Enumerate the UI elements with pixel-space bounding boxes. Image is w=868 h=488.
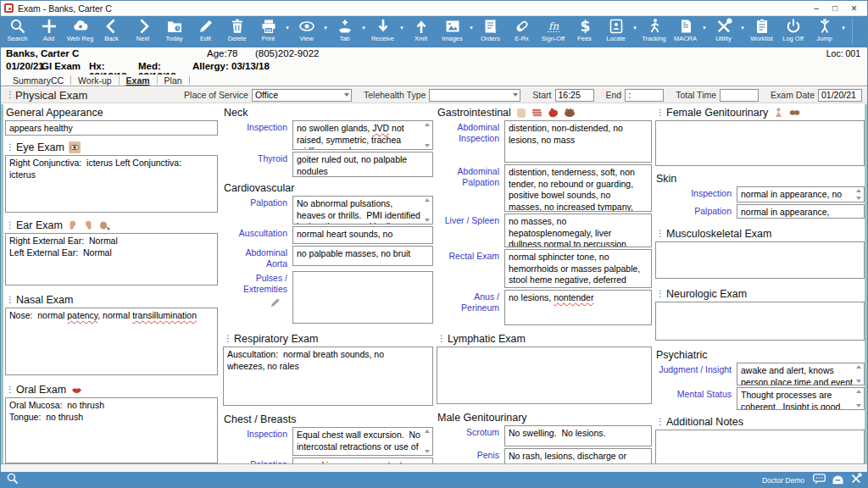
cardio-palpation-label[interactable]: Palpation bbox=[223, 196, 292, 225]
stomach-icon[interactable] bbox=[548, 107, 559, 119]
drag-handle-icon[interactable] bbox=[6, 296, 12, 304]
macra-button[interactable]: MACRA bbox=[670, 18, 701, 42]
right-ear-icon[interactable] bbox=[67, 219, 79, 231]
tracking-button[interactable]: Tracking bbox=[638, 18, 670, 42]
fees-button[interactable]: $ Fees bbox=[569, 18, 600, 42]
respiratory-input[interactable]: Auscultation: normal breath sounds, no w… bbox=[223, 347, 433, 406]
liver-spleen-input[interactable]: no masses, no hepatosplenomegaly, liver … bbox=[504, 214, 652, 247]
back-button[interactable]: Back bbox=[96, 18, 127, 42]
mental-status-input[interactable]: Thought processes are coherent. Insight … bbox=[737, 387, 865, 410]
drag-handle-icon[interactable] bbox=[224, 335, 230, 343]
neck-thyroid-label[interactable]: Thyroid bbox=[223, 152, 292, 177]
chest-inspection-input[interactable]: Equal chest wall excursion. No intercost… bbox=[292, 427, 433, 456]
left-ear-icon[interactable] bbox=[83, 219, 95, 231]
drag-handle-icon[interactable] bbox=[437, 335, 443, 343]
cardio-palpation-input[interactable]: No abnormal pulsations, heaves or thrill… bbox=[292, 196, 433, 225]
pulses-extremities-input[interactable] bbox=[292, 271, 433, 324]
cardio-auscultation-input[interactable]: normal heart sounds, no murmurs bbox=[292, 226, 433, 244]
tab-button[interactable]: Tab bbox=[329, 18, 360, 42]
eye-exam-input[interactable]: Right Conjunctiva: icterus Left Conjunct… bbox=[5, 155, 218, 213]
utility-button[interactable]: Utility bbox=[708, 18, 739, 42]
drag-handle-icon[interactable] bbox=[6, 385, 12, 394]
status-search-icon[interactable] bbox=[6, 472, 19, 488]
mental-status-label[interactable]: Mental Status bbox=[655, 387, 737, 410]
neck-inspection-label[interactable]: Inspection bbox=[223, 120, 292, 150]
locate-dropdown-icon[interactable] bbox=[632, 18, 638, 31]
print-dropdown-icon[interactable] bbox=[284, 18, 291, 31]
abdomen-icon[interactable] bbox=[515, 107, 527, 119]
pencil-icon[interactable] bbox=[270, 300, 281, 310]
skin-palpation-label[interactable]: Palpation bbox=[655, 204, 737, 219]
start-time-input[interactable]: 16:25 bbox=[555, 89, 594, 102]
web-reg-button[interactable]: Web Reg bbox=[64, 18, 96, 42]
skin-inspection-label[interactable]: Inspection bbox=[655, 186, 737, 202]
scrollbar[interactable] bbox=[854, 365, 863, 383]
abdominal-aorta-label[interactable]: Abdominal Aorta bbox=[223, 246, 292, 269]
liver-spleen-label[interactable]: Liver / Spleen bbox=[437, 214, 504, 247]
jump-dropdown-icon[interactable] bbox=[840, 18, 847, 31]
cardio-auscultation-label[interactable]: Auscultation bbox=[223, 226, 292, 244]
images-button[interactable]: Images bbox=[437, 18, 468, 42]
abdominal-inspection-label[interactable]: Abdominal Inspection bbox=[437, 120, 504, 163]
view-dropdown-icon[interactable] bbox=[322, 18, 329, 31]
chest-inspection-label[interactable]: Inspection bbox=[223, 427, 292, 456]
lymphatic-input[interactable] bbox=[437, 347, 652, 404]
print-button[interactable]: Print bbox=[253, 18, 284, 42]
close-icon[interactable] bbox=[851, 3, 857, 14]
abdominal-palpation-input[interactable]: distention, tenderness, soft, non tender… bbox=[504, 164, 652, 212]
tab-workup[interactable]: Work-up bbox=[71, 75, 118, 86]
scrollbar[interactable] bbox=[423, 198, 431, 222]
receive-dropdown-icon[interactable] bbox=[398, 18, 405, 31]
images-dropdown-icon[interactable] bbox=[468, 18, 475, 31]
end-time-input[interactable]: : bbox=[625, 89, 664, 102]
general-appearance-input[interactable]: appears healthy bbox=[5, 120, 218, 136]
pulses-extremities-label[interactable]: Pulses / Extremities bbox=[223, 271, 292, 324]
message-icon[interactable] bbox=[813, 473, 826, 488]
female-figure-icon[interactable] bbox=[772, 107, 784, 119]
oral-exam-input[interactable]: Oral Mucosa: no thrush Tongue: no thrush bbox=[5, 397, 218, 463]
musculoskeletal-input[interactable] bbox=[655, 241, 865, 279]
locate-button[interactable]: Locate bbox=[600, 18, 632, 42]
orders-button[interactable]: Orders bbox=[475, 18, 506, 42]
rectal-exam-label[interactable]: Rectal Exam bbox=[437, 249, 504, 288]
drag-handle-icon[interactable] bbox=[656, 290, 662, 298]
drag-handle-icon[interactable] bbox=[6, 221, 12, 230]
total-time-input[interactable] bbox=[720, 89, 759, 102]
ear-exam-input[interactable]: Right External Ear: Normal Left External… bbox=[5, 233, 218, 286]
skin-palpation-input[interactable]: normal in appearance, texture and temper… bbox=[737, 204, 865, 219]
inbox-icon[interactable] bbox=[832, 473, 844, 488]
receive-button[interactable]: Receive bbox=[367, 18, 398, 42]
drag-handle-icon[interactable] bbox=[6, 91, 12, 99]
place-of-service-select[interactable]: Office bbox=[252, 89, 352, 102]
today-button[interactable]: Today bbox=[159, 18, 190, 42]
help-button[interactable]: ? Help bbox=[858, 18, 868, 42]
abdominal-aorta-input[interactable]: no palpable masses, no bruit bbox=[292, 246, 433, 266]
anus-perineum-label[interactable]: Anus / Perineum bbox=[437, 290, 504, 325]
additional-notes-input[interactable] bbox=[655, 430, 865, 467]
tab-plan[interactable]: Plan bbox=[158, 75, 189, 86]
add-button[interactable]: Add bbox=[33, 18, 64, 42]
tab-summarycc[interactable]: SummaryCC bbox=[6, 75, 70, 86]
lips-icon[interactable] bbox=[70, 384, 82, 396]
skin-inspection-input[interactable]: normal in appearance, no significant ras… bbox=[737, 186, 865, 202]
palpation-hand-icon[interactable] bbox=[564, 107, 576, 119]
tab-exam[interactable]: Exam bbox=[120, 75, 157, 86]
rectal-exam-input[interactable]: normal sphincter tone, no hemorrhoids or… bbox=[504, 249, 652, 288]
eye-diagram-icon[interactable] bbox=[69, 141, 81, 153]
intestines-icon[interactable] bbox=[531, 107, 543, 119]
scrotum-input[interactable]: No swelling. No lesions. bbox=[504, 425, 652, 446]
abdominal-palpation-label[interactable]: Abdominal Palpation bbox=[437, 164, 504, 212]
xmit-button[interactable]: Xmit bbox=[405, 18, 437, 42]
abdominal-inspection-input[interactable]: distention, non-distended, no lesions, n… bbox=[504, 120, 652, 163]
minimize-icon[interactable] bbox=[814, 4, 819, 13]
female-genitourinary-input[interactable] bbox=[655, 120, 865, 166]
maximize-icon[interactable] bbox=[832, 4, 837, 13]
judgment-insight-label[interactable]: Judgment / Insight bbox=[655, 363, 737, 385]
search-button[interactable]: Search bbox=[2, 18, 33, 42]
uterus-icon[interactable] bbox=[788, 107, 800, 119]
neck-inspection-input[interactable]: no swollen glands, JVD not raised, symme… bbox=[292, 120, 433, 150]
drag-handle-icon[interactable] bbox=[656, 108, 662, 117]
delete-button[interactable]: Delete bbox=[221, 18, 253, 42]
drag-handle-icon[interactable] bbox=[6, 143, 12, 152]
scrotum-label[interactable]: Scrotum bbox=[437, 425, 504, 446]
